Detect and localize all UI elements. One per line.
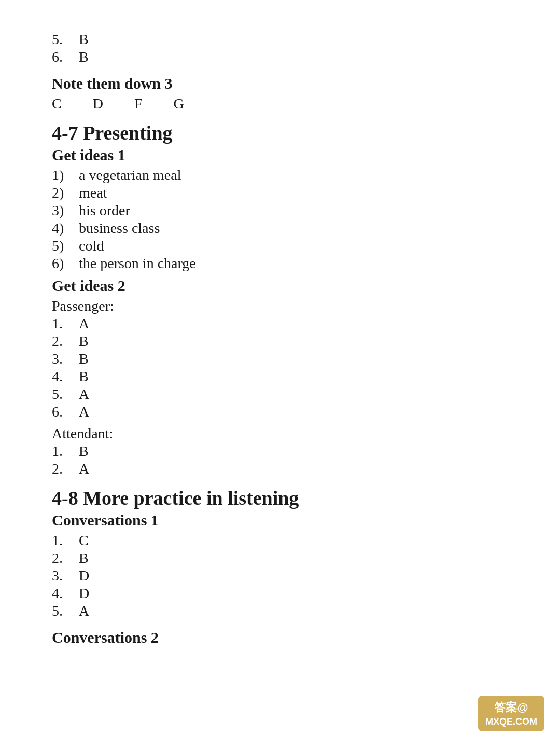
- item-num: 2.: [52, 550, 79, 566]
- section-48: 4-8 More practice in listening Conversat…: [52, 487, 519, 646]
- item-val: the person in charge: [79, 255, 196, 272]
- item-num: 3.: [52, 568, 79, 584]
- letter-f: F: [134, 95, 143, 112]
- list-item: 6. B: [52, 49, 519, 65]
- list-item: 3. B: [52, 351, 519, 367]
- list-item: 2. A: [52, 461, 519, 477]
- item-val: cold: [79, 238, 104, 254]
- get-ideas-2-section: Get ideas 2 Passenger: 1. A 2. B 3. B 4.…: [52, 277, 519, 477]
- item-val: a vegetarian meal: [79, 167, 181, 184]
- item-val: B: [79, 333, 89, 350]
- item-val: A: [79, 386, 89, 403]
- item-num: 1.: [52, 532, 79, 549]
- item-num: 1): [52, 167, 79, 184]
- note-them-down-section: Note them down 3 C D F G: [52, 75, 519, 112]
- list-item: 2. B: [52, 333, 519, 350]
- conversations-2-section: Conversations 2: [52, 629, 519, 646]
- watermark-icon: 答案@: [494, 700, 528, 715]
- item-val: B: [79, 368, 89, 385]
- list-item: 4. B: [52, 368, 519, 385]
- item-num: 6): [52, 255, 79, 272]
- letter-g: G: [174, 95, 184, 112]
- conversations-2-label: Conversations 2: [52, 629, 519, 646]
- item-val: C: [79, 532, 89, 549]
- item-val: B: [79, 49, 89, 65]
- conversations-1-section: Conversations 1 1. C 2. B 3. D 4. D 5. A: [52, 511, 519, 619]
- item-val: D: [79, 568, 89, 584]
- item-num: 6.: [52, 404, 79, 420]
- item-num: 3): [52, 202, 79, 219]
- item-val: his order: [79, 202, 130, 219]
- item-num: 2.: [52, 333, 79, 350]
- item-val: D: [79, 585, 89, 602]
- item-val: A: [79, 315, 89, 332]
- list-item: 1. C: [52, 532, 519, 549]
- item-val: B: [79, 550, 89, 566]
- attendant-label: Attendant:: [52, 425, 519, 442]
- letter-d: D: [93, 95, 103, 112]
- item-num: 5.: [52, 31, 79, 48]
- list-item: 4) business class: [52, 220, 519, 237]
- list-item: 1. B: [52, 443, 519, 460]
- item-val: B: [79, 351, 89, 367]
- item-val: B: [79, 31, 89, 48]
- list-item: 3. D: [52, 568, 519, 584]
- list-item: 2) meat: [52, 185, 519, 201]
- item-num: 4): [52, 220, 79, 237]
- item-val: A: [79, 461, 89, 477]
- item-num: 1.: [52, 315, 79, 332]
- get-ideas-1-label: Get ideas 1: [52, 146, 519, 164]
- item-num: 5.: [52, 386, 79, 403]
- letter-c: C: [52, 95, 62, 112]
- conversations-1-label: Conversations 1: [52, 511, 519, 529]
- list-item: 5. A: [52, 386, 519, 403]
- item-num: 1.: [52, 443, 79, 460]
- note-them-down-letters: C D F G: [52, 95, 519, 112]
- item-val: business class: [79, 220, 160, 237]
- item-num: 5): [52, 238, 79, 254]
- item-val: A: [79, 404, 89, 420]
- note-them-down-title: Note them down 3: [52, 75, 519, 92]
- get-ideas-2-label: Get ideas 2: [52, 277, 519, 295]
- watermark: 答案@ MXQE.COM: [478, 696, 544, 731]
- list-item: 5. A: [52, 603, 519, 619]
- section-48-title: 4-8 More practice in listening: [52, 487, 519, 509]
- item-num: 3.: [52, 351, 79, 367]
- list-item: 4. D: [52, 585, 519, 602]
- item-val: meat: [79, 185, 107, 201]
- item-val: A: [79, 603, 89, 619]
- item-num: 2): [52, 185, 79, 201]
- item-num: 6.: [52, 49, 79, 65]
- list-item: 3) his order: [52, 202, 519, 219]
- watermark-text: MXQE.COM: [485, 716, 537, 727]
- item-val: B: [79, 443, 89, 460]
- get-ideas-1-section: Get ideas 1 1) a vegetarian meal 2) meat…: [52, 146, 519, 272]
- list-item: 6. A: [52, 404, 519, 420]
- list-item: 1. A: [52, 315, 519, 332]
- list-item: 1) a vegetarian meal: [52, 167, 519, 184]
- item-num: 5.: [52, 603, 79, 619]
- item-num: 4.: [52, 368, 79, 385]
- section-47: 4-7 Presenting Get ideas 1 1) a vegetari…: [52, 121, 519, 477]
- passenger-label: Passenger:: [52, 298, 519, 314]
- item-num: 4.: [52, 585, 79, 602]
- list-item: 6) the person in charge: [52, 255, 519, 272]
- section-47-title: 4-7 Presenting: [52, 121, 519, 144]
- list-item: 5. B: [52, 31, 519, 48]
- top-answers-section: 5. B 6. B: [52, 31, 519, 65]
- item-num: 2.: [52, 461, 79, 477]
- list-item: 5) cold: [52, 238, 519, 254]
- list-item: 2. B: [52, 550, 519, 566]
